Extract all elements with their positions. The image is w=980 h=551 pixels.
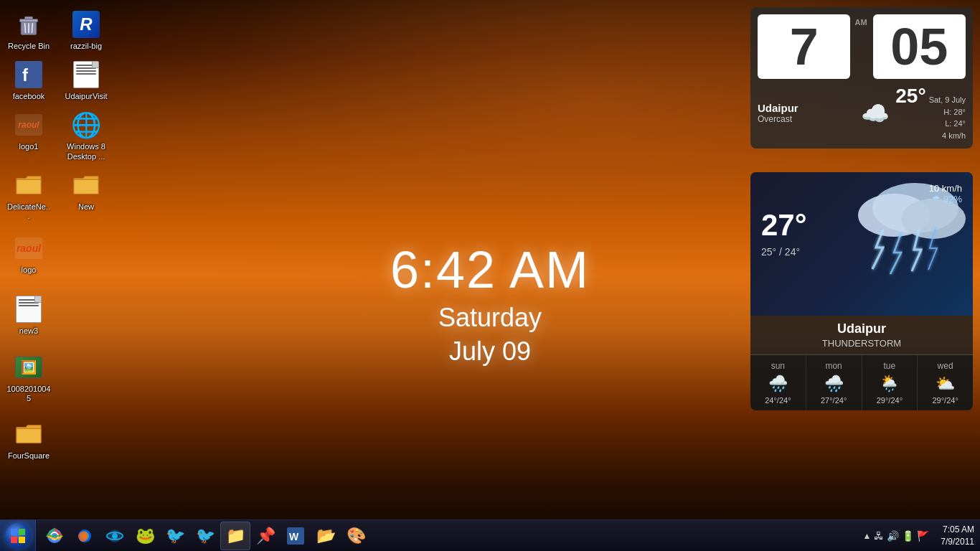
desktop-icons: Recycle Bin R razzil-big f facebook	[0, 0, 115, 471]
new3-icon	[14, 295, 43, 324]
icon-row-4: raoul logo	[4, 231, 111, 278]
desktop-icon-new[interactable]: New	[61, 168, 111, 224]
cloud-icon-small: ☁️	[861, 100, 890, 127]
forecast-mon: mon 🌧️ 27°/24°	[806, 355, 862, 410]
svg-rect-8	[11, 529, 17, 535]
clock-digits: 7 AM 05	[758, 14, 966, 79]
weather-detail-small: Sat, 9 July H: 28° L: 24° 4 km/h	[929, 94, 966, 141]
taskbar-word[interactable]: W	[281, 522, 311, 550]
icon-row-6: 🖼️ 10082010045	[4, 350, 111, 406]
taskbar: 🐸 🐦 🐦 📁 📌 W 📂 🎨 ▲ 🖧 🔊 🔋	[0, 519, 980, 551]
taskbar-frog[interactable]: 🐸	[130, 522, 160, 550]
forecast-icon-sun: 🌧️	[768, 375, 788, 393]
tray-battery[interactable]: 🔋	[902, 530, 914, 542]
tray-arrow[interactable]: ▲	[862, 531, 871, 541]
clock-weather: Udaipur Overcast ☁️ 25° Sat, 9 July H: 2…	[758, 85, 966, 141]
desktop-icon-photo[interactable]: 🖼️ 10082010045	[4, 350, 54, 406]
recycle-bin-icon	[14, 10, 43, 39]
taskbar-explorer[interactable]: 📁	[220, 522, 250, 550]
forecast-day-name-sun: sun	[771, 361, 785, 371]
svg-rect-10	[11, 537, 17, 543]
weather-date: Sat, 9 July	[929, 94, 966, 106]
taskbar-ie[interactable]	[100, 522, 130, 550]
start-button[interactable]	[0, 520, 36, 552]
weather-temp-range: 25° / 24°	[761, 246, 962, 258]
windows8-icon: 🌐	[72, 110, 100, 139]
weather-city-small: Udaipur	[758, 102, 798, 114]
taskbar-chrome[interactable]	[39, 522, 70, 550]
desktop-icon-foursquare[interactable]: FourSquare	[4, 417, 54, 463]
forecast-sun: sun 🌧️ 24°/24°	[750, 355, 806, 410]
icon-row-5: new3	[4, 292, 111, 339]
tray-volume[interactable]: 🔊	[887, 530, 899, 542]
tray-flag[interactable]: 🚩	[917, 530, 929, 542]
udaipurvisit-icon	[72, 60, 100, 89]
forecast-tue: tue 🌦️ 29°/24°	[862, 355, 918, 410]
desktop-icon-new3[interactable]: new3	[4, 292, 54, 339]
delicate-folder-icon	[14, 171, 43, 199]
forecast-temp-mon: 27°/24°	[821, 396, 847, 405]
forecast-day-name-tue: tue	[884, 361, 896, 371]
desktop-icon-delicate[interactable]: DelicateNe...	[4, 168, 54, 224]
desktop-icon-udaipur[interactable]: UdaipurVisit	[61, 57, 111, 104]
clock-widget: 7 AM 05 Udaipur Overcast ☁️ 25° Sat, 9 J…	[750, 7, 973, 149]
main-day: Saturday	[390, 303, 590, 333]
new-folder-label: New	[78, 202, 94, 212]
tray-time[interactable]: 7:05 AM 7/9/2011	[935, 524, 980, 548]
taskbar-twitter[interactable]: 🐦	[190, 522, 220, 550]
photo-icon: 🖼️	[14, 353, 43, 382]
taskbar-sticky[interactable]: 📌	[250, 522, 281, 550]
weather-temp-small: 25°	[895, 85, 925, 108]
icon-row-1: f facebook UdaipurVisit	[4, 57, 111, 104]
delicate-label: DelicateNe...	[6, 202, 51, 221]
forecast-temp-sun: 24°/24°	[765, 396, 791, 405]
icon-row-3: DelicateNe... New	[4, 168, 111, 224]
clock-am: AM	[854, 18, 867, 27]
svg-rect-1	[19, 19, 37, 22]
desktop-icon-facebook[interactable]: f facebook	[4, 57, 54, 104]
weather-desc-small: Overcast	[758, 114, 798, 124]
logo-label: logo	[22, 265, 37, 275]
taskbar-paint[interactable]: 🎨	[341, 522, 371, 550]
weather-condition-large: THUNDERSTORM	[750, 338, 973, 354]
weather-city-large: Udaipur	[750, 316, 973, 338]
taskbar-bird1[interactable]: 🐦	[160, 522, 190, 550]
icon-row-7: FourSquare	[4, 417, 111, 463]
razzil-icon: R	[72, 10, 100, 39]
weather-main-section: 10 km/h ☂ 92% 27° 25° / 24°	[750, 172, 973, 316]
desktop-icon-logo1[interactable]: raoul logo1	[4, 108, 54, 164]
taskbar-firefox[interactable]	[70, 522, 100, 550]
weather-left: Udaipur Overcast	[758, 102, 798, 124]
desktop-icon-recycle-bin[interactable]: Recycle Bin	[4, 7, 54, 54]
icon-row-2: raoul logo1 🌐 Windows 8 Desktop ...	[4, 108, 111, 164]
main-date: July 09	[390, 336, 590, 367]
taskbar-icons: 🐸 🐦 🐦 📁 📌 W 📂 🎨	[36, 520, 374, 551]
desktop-icon-windows8[interactable]: 🌐 Windows 8 Desktop ...	[61, 108, 111, 164]
svg-rect-9	[19, 529, 25, 535]
desktop-icon-razzil[interactable]: R razzil-big	[61, 7, 111, 54]
forecast-temp-tue: 29°/24°	[877, 396, 903, 405]
wind-speed: 10 km/h	[929, 183, 962, 194]
svg-rect-11	[19, 537, 25, 543]
desktop-icon-logo[interactable]: raoul logo	[4, 231, 54, 278]
taskbar-folder2[interactable]: 📂	[311, 522, 341, 550]
weather-widget-large: 10 km/h ☂ 92% 27° 25° / 24° Udaipur THUN…	[750, 172, 973, 410]
forecast-temp-wed: 29°/24°	[932, 396, 958, 405]
weather-right: ☁️ 25° Sat, 9 July H: 28° L: 24° 4 km/h	[861, 85, 966, 141]
weather-speed: 10 km/h ☂ 92%	[929, 183, 962, 204]
svg-text:W: W	[289, 531, 299, 542]
tray-network[interactable]: 🖧	[874, 530, 884, 542]
tray-date-value: 7/9/2011	[941, 536, 974, 548]
taskbar-tray: ▲ 🖧 🔊 🔋 🚩	[857, 520, 935, 551]
forecast-day-name-wed: wed	[938, 361, 953, 371]
new-folder-icon	[72, 171, 100, 199]
forecast-section: sun 🌧️ 24°/24° mon 🌧️ 27°/24° tue 🌦️ 29°…	[750, 354, 973, 410]
forecast-icon-mon: 🌧️	[824, 375, 844, 393]
forecast-day-name-mon: mon	[825, 361, 842, 371]
weather-temp-large: 27°	[761, 208, 962, 242]
logo1-label: logo1	[19, 142, 39, 151]
foursquare-label: FourSquare	[8, 451, 50, 461]
tray-time-value: 7:05 AM	[941, 524, 974, 536]
forecast-wed: wed ⛅ 29°/24°	[918, 355, 973, 410]
humidity: ☂ 92%	[929, 194, 962, 204]
